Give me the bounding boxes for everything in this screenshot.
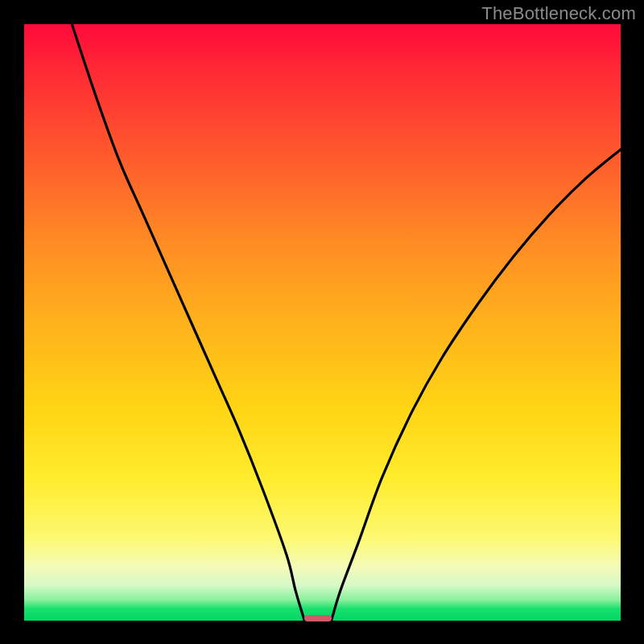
outer-frame: TheBottleneck.com: [0, 0, 644, 644]
watermark-text: TheBottleneck.com: [481, 3, 636, 24]
minimum-marker: [304, 615, 331, 622]
left-curve: [72, 24, 304, 621]
right-curve: [332, 150, 621, 621]
curve-layer: [24, 24, 621, 621]
plot-area: [24, 24, 621, 621]
